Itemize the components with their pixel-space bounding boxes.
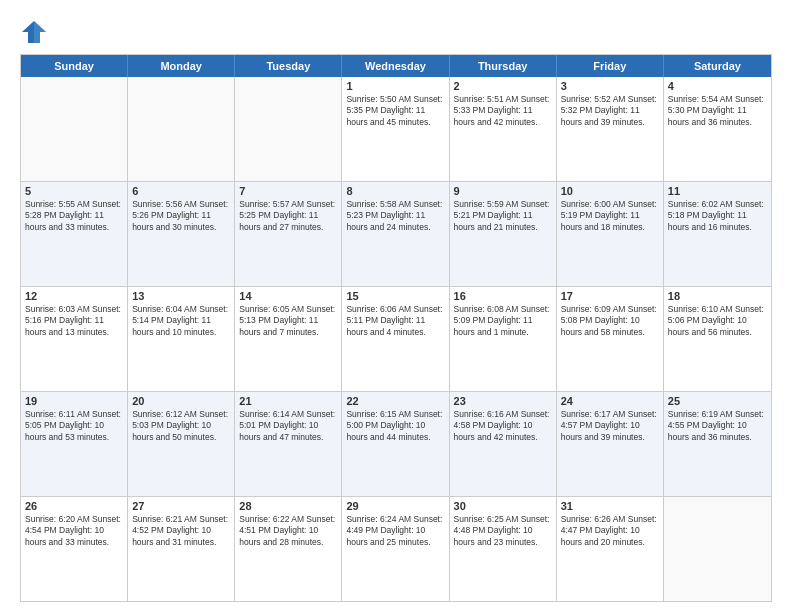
day-number: 21 [239, 395, 337, 407]
cell-info-text: Sunrise: 6:00 AM Sunset: 5:19 PM Dayligh… [561, 199, 659, 233]
day-cell-7: 7Sunrise: 5:57 AM Sunset: 5:25 PM Daylig… [235, 182, 342, 286]
day-number: 9 [454, 185, 552, 197]
day-number: 19 [25, 395, 123, 407]
day-cell-8: 8Sunrise: 5:58 AM Sunset: 5:23 PM Daylig… [342, 182, 449, 286]
cell-info-text: Sunrise: 6:12 AM Sunset: 5:03 PM Dayligh… [132, 409, 230, 443]
day-cell-9: 9Sunrise: 5:59 AM Sunset: 5:21 PM Daylig… [450, 182, 557, 286]
cell-info-text: Sunrise: 5:50 AM Sunset: 5:35 PM Dayligh… [346, 94, 444, 128]
day-cell-10: 10Sunrise: 6:00 AM Sunset: 5:19 PM Dayli… [557, 182, 664, 286]
calendar: SundayMondayTuesdayWednesdayThursdayFrid… [20, 54, 772, 602]
cell-info-text: Sunrise: 6:26 AM Sunset: 4:47 PM Dayligh… [561, 514, 659, 548]
cell-info-text: Sunrise: 6:03 AM Sunset: 5:16 PM Dayligh… [25, 304, 123, 338]
calendar-body: 1Sunrise: 5:50 AM Sunset: 5:35 PM Daylig… [21, 77, 771, 601]
svg-marker-1 [34, 21, 46, 43]
cell-info-text: Sunrise: 6:21 AM Sunset: 4:52 PM Dayligh… [132, 514, 230, 548]
cell-info-text: Sunrise: 6:25 AM Sunset: 4:48 PM Dayligh… [454, 514, 552, 548]
cell-info-text: Sunrise: 6:10 AM Sunset: 5:06 PM Dayligh… [668, 304, 767, 338]
day-number: 30 [454, 500, 552, 512]
day-number: 4 [668, 80, 767, 92]
day-cell-1: 1Sunrise: 5:50 AM Sunset: 5:35 PM Daylig… [342, 77, 449, 181]
day-number: 12 [25, 290, 123, 302]
day-cell-25: 25Sunrise: 6:19 AM Sunset: 4:55 PM Dayli… [664, 392, 771, 496]
weekday-header-saturday: Saturday [664, 55, 771, 77]
day-cell-24: 24Sunrise: 6:17 AM Sunset: 4:57 PM Dayli… [557, 392, 664, 496]
calendar-row-3: 19Sunrise: 6:11 AM Sunset: 5:05 PM Dayli… [21, 392, 771, 497]
day-number: 2 [454, 80, 552, 92]
day-cell-26: 26Sunrise: 6:20 AM Sunset: 4:54 PM Dayli… [21, 497, 128, 601]
day-cell-18: 18Sunrise: 6:10 AM Sunset: 5:06 PM Dayli… [664, 287, 771, 391]
day-number: 6 [132, 185, 230, 197]
day-cell-31: 31Sunrise: 6:26 AM Sunset: 4:47 PM Dayli… [557, 497, 664, 601]
page: SundayMondayTuesdayWednesdayThursdayFrid… [0, 0, 792, 612]
day-cell-4: 4Sunrise: 5:54 AM Sunset: 5:30 PM Daylig… [664, 77, 771, 181]
day-cell-2: 2Sunrise: 5:51 AM Sunset: 5:33 PM Daylig… [450, 77, 557, 181]
day-number: 5 [25, 185, 123, 197]
empty-cell-r0c2 [235, 77, 342, 181]
day-number: 13 [132, 290, 230, 302]
cell-info-text: Sunrise: 6:05 AM Sunset: 5:13 PM Dayligh… [239, 304, 337, 338]
weekday-header-tuesday: Tuesday [235, 55, 342, 77]
weekday-header-thursday: Thursday [450, 55, 557, 77]
day-number: 3 [561, 80, 659, 92]
day-number: 25 [668, 395, 767, 407]
cell-info-text: Sunrise: 5:51 AM Sunset: 5:33 PM Dayligh… [454, 94, 552, 128]
day-cell-19: 19Sunrise: 6:11 AM Sunset: 5:05 PM Dayli… [21, 392, 128, 496]
day-cell-27: 27Sunrise: 6:21 AM Sunset: 4:52 PM Dayli… [128, 497, 235, 601]
cell-info-text: Sunrise: 6:19 AM Sunset: 4:55 PM Dayligh… [668, 409, 767, 443]
day-cell-23: 23Sunrise: 6:16 AM Sunset: 4:58 PM Dayli… [450, 392, 557, 496]
day-cell-15: 15Sunrise: 6:06 AM Sunset: 5:11 PM Dayli… [342, 287, 449, 391]
cell-info-text: Sunrise: 6:04 AM Sunset: 5:14 PM Dayligh… [132, 304, 230, 338]
day-cell-28: 28Sunrise: 6:22 AM Sunset: 4:51 PM Dayli… [235, 497, 342, 601]
day-number: 18 [668, 290, 767, 302]
empty-cell-r0c1 [128, 77, 235, 181]
day-cell-12: 12Sunrise: 6:03 AM Sunset: 5:16 PM Dayli… [21, 287, 128, 391]
day-cell-21: 21Sunrise: 6:14 AM Sunset: 5:01 PM Dayli… [235, 392, 342, 496]
cell-info-text: Sunrise: 6:20 AM Sunset: 4:54 PM Dayligh… [25, 514, 123, 548]
cell-info-text: Sunrise: 6:11 AM Sunset: 5:05 PM Dayligh… [25, 409, 123, 443]
day-number: 14 [239, 290, 337, 302]
cell-info-text: Sunrise: 6:08 AM Sunset: 5:09 PM Dayligh… [454, 304, 552, 338]
cell-info-text: Sunrise: 6:22 AM Sunset: 4:51 PM Dayligh… [239, 514, 337, 548]
day-cell-20: 20Sunrise: 6:12 AM Sunset: 5:03 PM Dayli… [128, 392, 235, 496]
day-cell-11: 11Sunrise: 6:02 AM Sunset: 5:18 PM Dayli… [664, 182, 771, 286]
cell-info-text: Sunrise: 6:02 AM Sunset: 5:18 PM Dayligh… [668, 199, 767, 233]
day-number: 24 [561, 395, 659, 407]
day-cell-30: 30Sunrise: 6:25 AM Sunset: 4:48 PM Dayli… [450, 497, 557, 601]
header [20, 18, 772, 46]
day-cell-14: 14Sunrise: 6:05 AM Sunset: 5:13 PM Dayli… [235, 287, 342, 391]
weekday-header-monday: Monday [128, 55, 235, 77]
day-number: 11 [668, 185, 767, 197]
day-number: 28 [239, 500, 337, 512]
empty-cell-r4c6 [664, 497, 771, 601]
day-number: 20 [132, 395, 230, 407]
day-cell-17: 17Sunrise: 6:09 AM Sunset: 5:08 PM Dayli… [557, 287, 664, 391]
day-number: 29 [346, 500, 444, 512]
cell-info-text: Sunrise: 6:16 AM Sunset: 4:58 PM Dayligh… [454, 409, 552, 443]
day-number: 31 [561, 500, 659, 512]
day-number: 15 [346, 290, 444, 302]
day-cell-22: 22Sunrise: 6:15 AM Sunset: 5:00 PM Dayli… [342, 392, 449, 496]
day-cell-3: 3Sunrise: 5:52 AM Sunset: 5:32 PM Daylig… [557, 77, 664, 181]
weekday-header-friday: Friday [557, 55, 664, 77]
cell-info-text: Sunrise: 5:59 AM Sunset: 5:21 PM Dayligh… [454, 199, 552, 233]
calendar-row-0: 1Sunrise: 5:50 AM Sunset: 5:35 PM Daylig… [21, 77, 771, 182]
day-number: 1 [346, 80, 444, 92]
day-cell-6: 6Sunrise: 5:56 AM Sunset: 5:26 PM Daylig… [128, 182, 235, 286]
day-number: 22 [346, 395, 444, 407]
cell-info-text: Sunrise: 6:24 AM Sunset: 4:49 PM Dayligh… [346, 514, 444, 548]
logo-icon [20, 18, 48, 46]
day-number: 27 [132, 500, 230, 512]
day-number: 23 [454, 395, 552, 407]
day-number: 16 [454, 290, 552, 302]
cell-info-text: Sunrise: 6:14 AM Sunset: 5:01 PM Dayligh… [239, 409, 337, 443]
cell-info-text: Sunrise: 6:15 AM Sunset: 5:00 PM Dayligh… [346, 409, 444, 443]
cell-info-text: Sunrise: 5:57 AM Sunset: 5:25 PM Dayligh… [239, 199, 337, 233]
day-cell-29: 29Sunrise: 6:24 AM Sunset: 4:49 PM Dayli… [342, 497, 449, 601]
cell-info-text: Sunrise: 5:54 AM Sunset: 5:30 PM Dayligh… [668, 94, 767, 128]
cell-info-text: Sunrise: 6:17 AM Sunset: 4:57 PM Dayligh… [561, 409, 659, 443]
day-number: 7 [239, 185, 337, 197]
day-cell-5: 5Sunrise: 5:55 AM Sunset: 5:28 PM Daylig… [21, 182, 128, 286]
weekday-header-sunday: Sunday [21, 55, 128, 77]
day-cell-13: 13Sunrise: 6:04 AM Sunset: 5:14 PM Dayli… [128, 287, 235, 391]
day-number: 26 [25, 500, 123, 512]
